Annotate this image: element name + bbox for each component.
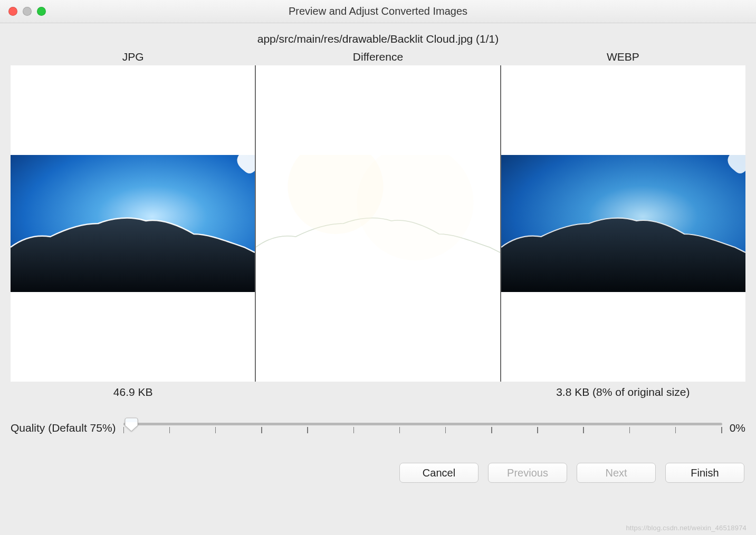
traffic-lights [8,7,46,16]
zoom-icon[interactable] [37,7,46,16]
webp-size-label: 3.8 KB (8% of original size) [501,386,745,398]
column-header-difference: Difference [255,51,500,63]
cancel-button[interactable]: Cancel [399,463,479,483]
size-row: 46.9 KB 3.8 KB (8% of original size) [11,386,745,398]
jpg-image [11,155,255,292]
jpg-size-label: 46.9 KB [11,386,255,398]
button-row: Cancel Previous Next Finish [11,463,745,483]
minimize-icon [23,7,32,16]
titlebar: Preview and Adjust Converted Images [0,0,756,23]
column-headers: JPG Difference WEBP [11,51,745,63]
slider-track [123,423,722,425]
preview-difference [255,65,500,382]
window-title: Preview and Adjust Converted Images [0,5,756,17]
slider-thumb[interactable] [125,417,138,432]
quality-row: Quality (Default 75%) 0% [11,417,745,439]
preview-row [11,65,745,382]
column-header-jpg: JPG [11,51,255,63]
watermark-text: https://blog.csdn.net/weixin_46518974 [626,524,747,532]
next-button[interactable]: Next [577,463,656,483]
difference-image [256,155,500,292]
quality-label: Quality (Default 75%) [11,422,116,434]
content-area: app/src/main/res/drawable/Backlit Cloud.… [0,23,756,535]
column-header-webp: WEBP [501,51,745,63]
webp-image [501,155,745,292]
close-icon[interactable] [8,7,17,16]
difference-size-label [255,386,500,398]
file-path-label: app/src/main/res/drawable/Backlit Cloud.… [11,33,745,45]
previous-button[interactable]: Previous [488,463,567,483]
preview-webp [500,65,745,382]
preview-jpg [11,65,255,382]
quality-slider[interactable] [123,417,722,439]
slider-ticks [123,427,722,434]
finish-button[interactable]: Finish [665,463,744,483]
quality-value-label: 0% [730,422,745,434]
